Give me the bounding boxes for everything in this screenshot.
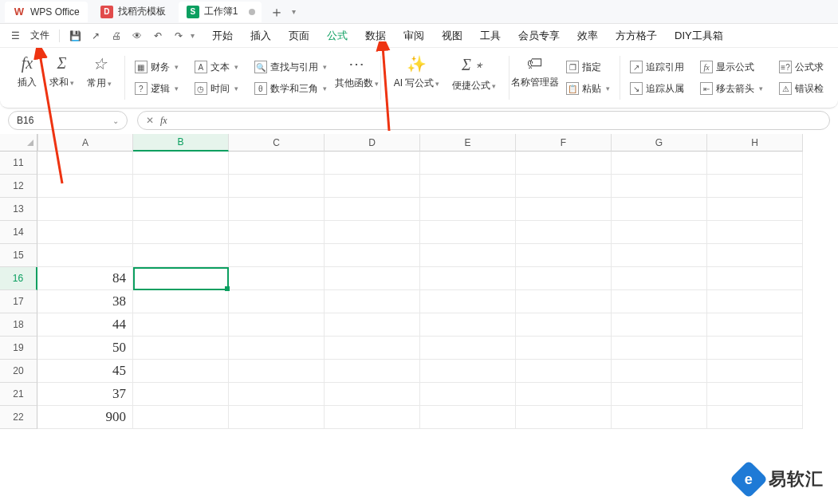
menu-tab-开始[interactable]: 开始 [212, 25, 233, 47]
cell[interactable] [707, 152, 803, 175]
cancel-icon[interactable]: ✕ [146, 115, 154, 126]
cell[interactable] [229, 406, 325, 429]
row-header[interactable]: 13 [0, 198, 37, 221]
cell[interactable] [612, 337, 707, 360]
paste-name[interactable]: 📋粘贴▾ [563, 81, 613, 97]
cell[interactable] [707, 244, 803, 267]
row-header[interactable]: 14 [0, 221, 37, 244]
cell[interactable] [133, 152, 229, 175]
cell[interactable] [325, 152, 420, 175]
cell[interactable] [516, 244, 612, 267]
cell[interactable] [133, 337, 229, 360]
cell[interactable] [516, 152, 612, 175]
cell[interactable] [229, 360, 325, 383]
menu-tab-页面[interactable]: 页面 [289, 25, 309, 47]
row-header[interactable]: 15 [0, 244, 37, 267]
column-header[interactable]: E [420, 134, 516, 152]
cell[interactable] [707, 221, 803, 244]
cell[interactable] [133, 383, 229, 406]
cell[interactable] [325, 175, 420, 198]
cell[interactable] [37, 198, 133, 221]
cell[interactable] [612, 221, 707, 244]
cell[interactable]: 45 [37, 360, 133, 383]
cell[interactable] [516, 406, 612, 429]
show-formulas[interactable]: fx显示公式 [697, 59, 766, 76]
cell[interactable]: 37 [37, 383, 133, 406]
cell[interactable] [707, 406, 803, 429]
cell[interactable] [325, 290, 420, 313]
menu-tab-审阅[interactable]: 审阅 [403, 25, 424, 47]
cell[interactable] [612, 406, 707, 429]
cell[interactable] [612, 383, 707, 406]
cell[interactable] [133, 360, 229, 383]
menu-tab-方方格子[interactable]: 方方格子 [616, 25, 657, 47]
error-checking[interactable]: ⚠错误检 [776, 81, 827, 97]
menu-icon[interactable]: ☰ [6, 27, 24, 45]
row-header[interactable]: 16 [0, 267, 37, 290]
undo-icon[interactable]: ↶ [149, 27, 167, 45]
finance-functions[interactable]: ▦财务▾ [132, 59, 182, 76]
save-icon[interactable]: 💾 [66, 27, 84, 45]
cell[interactable] [612, 313, 707, 337]
quick-formula-button[interactable]: Σ﹡ 便捷公式▾ [447, 51, 501, 104]
new-tab-button[interactable]: ＋ [266, 2, 287, 22]
cell[interactable] [516, 337, 612, 360]
cell[interactable] [420, 406, 516, 429]
cell[interactable] [707, 267, 803, 290]
file-menu[interactable]: 文件 [27, 29, 53, 42]
cell[interactable]: 50 [37, 337, 133, 360]
cell[interactable]: 84 [37, 267, 133, 290]
menu-tab-DIY工具箱[interactable]: DIY工具箱 [675, 25, 723, 47]
cell[interactable] [420, 198, 516, 221]
cell[interactable] [516, 198, 612, 221]
trace-dependents[interactable]: ↘追踪从属 [627, 81, 687, 97]
cell[interactable]: 38 [37, 290, 133, 313]
print-icon[interactable]: 🖨 [108, 27, 125, 45]
cell[interactable] [325, 406, 420, 429]
cell[interactable] [229, 152, 325, 175]
logic-functions[interactable]: ?逻辑▾ [132, 81, 182, 97]
cell[interactable] [420, 383, 516, 406]
cell[interactable] [133, 290, 229, 313]
menu-tab-公式[interactable]: 公式 [327, 25, 348, 47]
cell[interactable] [420, 290, 516, 313]
cell[interactable] [37, 221, 133, 244]
redo-icon[interactable]: ↷ [170, 27, 187, 45]
tab-workbook[interactable]: S 工作簿1 [179, 2, 262, 22]
cell[interactable] [420, 152, 516, 175]
cell[interactable] [707, 290, 803, 313]
cell[interactable] [612, 290, 707, 313]
cell[interactable] [229, 267, 325, 290]
cell[interactable] [133, 406, 229, 429]
row-header[interactable]: 21 [0, 383, 37, 406]
cell[interactable] [325, 221, 420, 244]
cell[interactable] [229, 244, 325, 267]
cell[interactable] [325, 198, 420, 221]
cell[interactable] [516, 175, 612, 198]
cell[interactable] [516, 383, 612, 406]
cell[interactable] [229, 290, 325, 313]
cell[interactable] [37, 244, 133, 267]
cell[interactable] [420, 337, 516, 360]
cell[interactable] [325, 244, 420, 267]
row-header[interactable]: 19 [0, 337, 37, 360]
common-functions-button[interactable]: ☆ 常用▾ [82, 51, 116, 104]
cell[interactable] [707, 383, 803, 406]
other-functions-button[interactable]: ⋯ 其他函数▾ [335, 51, 379, 104]
name-manager-button[interactable]: 🏷 名称管理器 [511, 51, 558, 104]
cell[interactable] [420, 360, 516, 383]
cell[interactable] [133, 198, 229, 221]
row-header[interactable]: 18 [0, 313, 37, 337]
cell[interactable] [229, 221, 325, 244]
cell[interactable] [420, 221, 516, 244]
cell[interactable] [420, 175, 516, 198]
cell[interactable]: 44 [37, 313, 133, 337]
cell[interactable] [707, 337, 803, 360]
evaluate-formula[interactable]: ≡?公式求 [776, 59, 827, 76]
cell[interactable] [707, 198, 803, 221]
column-header[interactable]: D [325, 134, 420, 152]
row-header[interactable]: 17 [0, 290, 37, 313]
cell[interactable] [612, 175, 707, 198]
define-name[interactable]: ❐指定 [563, 59, 613, 76]
cell[interactable] [325, 383, 420, 406]
